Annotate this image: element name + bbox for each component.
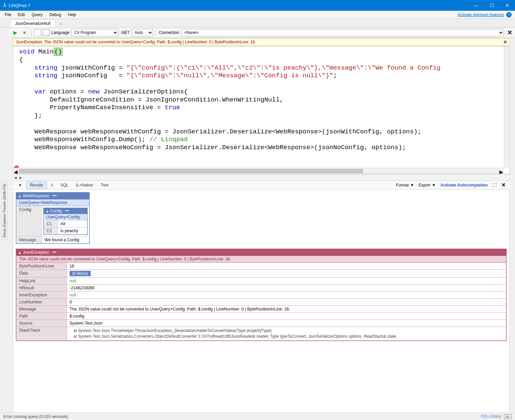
net-select[interactable]: Auto [132,29,153,36]
export-dropdown[interactable]: Export ▼ [417,183,438,187]
menubar: File Edit Query Debug Help Activate prem… [0,11,515,19]
splitter[interactable]: ◀▶ [13,174,510,181]
menu-debug[interactable]: Debug [46,11,65,18]
tab-new[interactable]: + [56,20,66,27]
editor-scrollbar-h[interactable]: ◀▶ [13,168,504,174]
menu-query[interactable]: Query [28,11,46,18]
premium-link[interactable]: Activate premium features [458,12,504,17]
tab-ilnative[interactable]: IL+Native [73,182,96,188]
tab-tree[interactable]: Tree [97,182,112,188]
close-query-icon[interactable]: ✕ [507,29,512,36]
status-mode: /o- [504,414,512,419]
language-label: Language [51,30,69,35]
dump-type: UserQuery+WebResponse [16,199,89,206]
activate-autocomplete-link[interactable]: Activate Autocompletion [438,183,490,187]
fullscreen-icon[interactable]: ⛶ [490,183,499,187]
close-button[interactable]: ✕ [500,0,515,11]
status-text: Error running query (0.015 seconds) [3,414,68,419]
explorer-panel-tab[interactable]: Show Explorer Panels (Shift+F8) [1,181,7,240]
help-icon[interactable]: ? [506,12,512,17]
net-label: .NET [120,30,129,35]
tab-sql[interactable]: SQL [57,182,72,188]
language-select[interactable]: C# Program [71,29,118,36]
window-title: LINQPad 7 [9,3,469,8]
maximize-button[interactable]: ☐ [484,0,500,11]
menu-file[interactable]: File [1,11,14,18]
dump-header[interactable]: ▴ WebResponse ••• [16,193,89,199]
view-grid-button[interactable] [34,29,41,36]
run-button[interactable]: ▶ [11,29,19,36]
nested-header[interactable]: ▴ Config ••• [44,208,87,214]
view-datagrid-button[interactable] [43,29,49,36]
results-pane[interactable]: ▴ WebResponse ••• UserQuery+WebResponse … [13,190,510,413]
editor-scrollbar-v[interactable] [504,47,509,168]
stop-button[interactable]: ■ [21,29,28,36]
status-pid: PID=28868 [481,414,501,419]
error-close-icon[interactable]: ✕ [503,39,507,45]
prop-label: Config [16,206,42,237]
error-banner: JsonException: The JSON value could not … [13,38,510,46]
code-editor[interactable]: void Main() { string jsonWithConfig = "{… [13,46,510,174]
exception-header[interactable]: ▴ JsonException ••• [16,249,506,256]
menu-edit[interactable]: Edit [14,11,28,18]
tab-lambda[interactable]: λ [48,182,56,188]
statusbar: Error running query (0.015 seconds) PID=… [0,413,515,420]
minimize-button[interactable]: — [469,0,484,11]
tab-results[interactable]: Results [26,181,47,189]
connection-label: Connection [159,30,179,35]
menu-help[interactable]: Help [65,11,80,18]
exception-message: The JSON value could not be converted to… [16,256,506,262]
app-logo-icon: λ [3,2,6,8]
connection-select[interactable]: <None> [181,29,504,36]
document-tabstrip: JsonDeserializeNull + [0,19,515,28]
titlebar: λ LINQPad 7 — ☐ ✕ [0,0,515,11]
result-collapse-icon[interactable]: ▼ [15,182,26,188]
result-tabstrip: ▼ Results λ SQL IL+Native Tree Format ▼ … [13,181,510,190]
toolbar: ▶ ■ Language C# Program .NET Auto Connec… [9,28,515,38]
format-dropdown[interactable]: Format ▼ [394,183,416,187]
close-results-icon[interactable]: ✕ [499,182,508,188]
tab-document[interactable]: JsonDeserializeNull [10,19,55,27]
error-text: JsonException: The JSON value could not … [16,40,256,44]
